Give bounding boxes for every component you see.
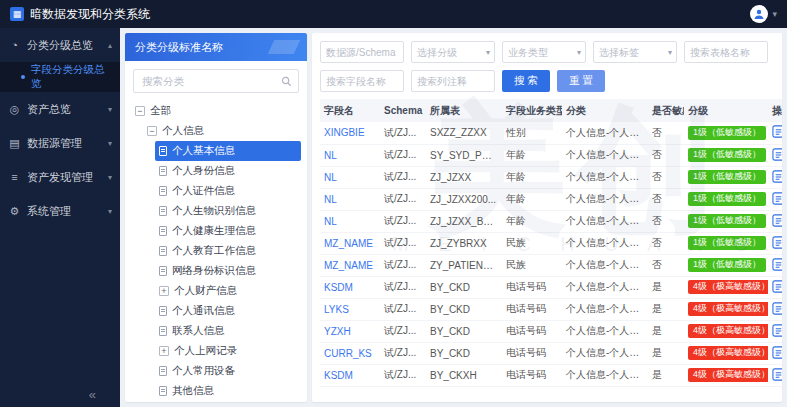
biz-type-cell: 电话号码 — [502, 342, 562, 364]
sidebar-collapse-button[interactable]: « — [89, 387, 96, 402]
level-badge: 4级（极高敏感级） — [688, 302, 768, 316]
filter-select[interactable]: ▾ — [502, 41, 586, 63]
tree-node[interactable]: −全部 — [131, 101, 301, 121]
collapse-minus-icon[interactable]: − — [135, 106, 145, 116]
schema-cell: 试/ZJ... — [380, 166, 426, 188]
tree-node[interactable]: 个人基本信息 — [155, 141, 301, 161]
action-cell — [768, 342, 782, 364]
detail-button[interactable] — [772, 258, 782, 273]
detail-button[interactable] — [772, 368, 782, 383]
search-button[interactable]: 搜 索 — [502, 70, 550, 92]
sensitive-cell: 否 — [648, 232, 684, 254]
tree-node[interactable]: 个人证件信息 — [155, 181, 301, 201]
filter-input[interactable] — [320, 41, 404, 63]
field-name-link[interactable]: CURR_KS — [320, 342, 380, 364]
field-name-link[interactable]: NL — [320, 166, 380, 188]
filter-select[interactable]: ▾ — [411, 41, 495, 63]
tree-node[interactable]: 网络身份标识信息 — [155, 261, 301, 281]
filter-select[interactable]: ▾ — [593, 41, 677, 63]
app-window: ▦ 暗数据发现和分类系统 ▾ ◔分类分级总览▴字段分类分级总览◎资产总览▾▤数据… — [0, 0, 787, 407]
filter-field[interactable] — [594, 47, 668, 58]
main-layout: ◔分类分级总览▴字段分类分级总览◎资产总览▾▤数据源管理▾≡资产发现管理▾⚙系统… — [0, 28, 787, 407]
level-badge: 1级（低敏感级） — [688, 126, 766, 140]
tree-node[interactable]: 个人生物识别信息 — [155, 201, 301, 221]
tree-node[interactable]: 个人常用设备 — [155, 361, 301, 381]
filter-field[interactable] — [321, 47, 403, 58]
level-badge: 1级（低敏感级） — [688, 214, 766, 228]
sidebar-subitem-label: 字段分类分级总览 — [31, 63, 112, 91]
detail-button[interactable] — [772, 324, 782, 339]
filter-field[interactable] — [685, 47, 767, 58]
detail-button[interactable] — [772, 302, 782, 317]
biz-type-cell: 电话号码 — [502, 320, 562, 342]
tree-node[interactable]: −个人信息 — [143, 121, 301, 141]
detail-button[interactable] — [772, 280, 782, 295]
sidebar-item[interactable]: ◔分类分级总览▴ — [0, 28, 120, 62]
filter-input[interactable] — [320, 70, 404, 92]
expand-plus-icon[interactable]: + — [159, 286, 169, 296]
level-cell: 1级（低敏感级） — [684, 188, 768, 210]
tree-node-label: 个人通讯信息 — [172, 304, 235, 318]
tree-node[interactable]: +个人上网记录 — [155, 341, 301, 361]
action-cell — [768, 364, 782, 386]
database-icon: ▤ — [8, 137, 21, 150]
field-name-link[interactable]: NL — [320, 210, 380, 232]
sidebar-item[interactable]: ◎资产总览▾ — [0, 92, 120, 126]
detail-button[interactable] — [772, 346, 782, 361]
detail-button[interactable] — [772, 214, 782, 229]
tree-node[interactable]: +个人财产信息 — [155, 281, 301, 301]
detail-button[interactable] — [772, 170, 782, 185]
sensitive-cell: 是 — [648, 320, 684, 342]
sidebar-item[interactable]: ≡资产发现管理▾ — [0, 160, 120, 194]
category-search-input[interactable] — [133, 69, 299, 93]
detail-button[interactable] — [772, 148, 782, 163]
filter-input[interactable] — [411, 70, 495, 92]
user-avatar-icon[interactable] — [750, 5, 768, 23]
sidebar-item[interactable]: ⚙系统管理▾ — [0, 194, 120, 228]
sidebar-item-label: 资产发现管理 — [27, 170, 102, 185]
tree-node[interactable]: 个人教育工作信息 — [155, 241, 301, 261]
user-menu[interactable]: ▾ — [750, 5, 777, 23]
field-name-link[interactable]: LYKS — [320, 298, 380, 320]
filter-field[interactable] — [412, 47, 486, 58]
level-cell: 4级（极高敏感级） — [684, 298, 768, 320]
filter-field[interactable] — [503, 47, 577, 58]
field-name-link[interactable]: KSDM — [320, 276, 380, 298]
sidebar-item-label: 数据源管理 — [27, 136, 102, 151]
sidebar-item[interactable]: ▤数据源管理▾ — [0, 126, 120, 160]
app-title: 暗数据发现和分类系统 — [30, 6, 150, 23]
chevron-down-icon: ▾ — [577, 48, 585, 57]
detail-button[interactable] — [772, 192, 782, 207]
tree-node-label: 个人生物识别信息 — [172, 204, 256, 218]
chevron-down-icon: ▾ — [108, 207, 112, 216]
level-badge: 1级（低敏感级） — [688, 170, 766, 184]
column-header: 操作 — [768, 99, 782, 122]
filter-field[interactable] — [412, 76, 494, 87]
sensitive-cell: 是 — [648, 342, 684, 364]
field-name-link[interactable]: MZ_NAME — [320, 232, 380, 254]
tree-node[interactable]: 联系人信息 — [155, 321, 301, 341]
expand-plus-icon[interactable]: + — [159, 346, 169, 356]
field-name-link[interactable]: NL — [320, 188, 380, 210]
table-name-cell: ZJ_JZXX_BA... — [426, 210, 502, 232]
collapse-minus-icon[interactable]: − — [147, 126, 157, 136]
field-name-link[interactable]: YZXH — [320, 320, 380, 342]
table-row: MZ_NAME试/ZJ...ZY_PATIENT_I...民族个人信息-个人基本… — [320, 254, 782, 276]
tree-node[interactable]: 个人身份信息 — [155, 161, 301, 181]
field-name-link[interactable]: MZ_NAME — [320, 254, 380, 276]
tree-node[interactable]: 个人通讯信息 — [155, 301, 301, 321]
field-name-link[interactable]: NL — [320, 144, 380, 166]
field-name-link[interactable]: KSDM — [320, 364, 380, 386]
level-cell: 1级（低敏感级） — [684, 254, 768, 276]
reset-button[interactable]: 重 置 — [557, 70, 605, 92]
chevron-down-icon: ▾ — [108, 173, 112, 182]
filter-field[interactable] — [321, 76, 403, 87]
detail-button[interactable] — [772, 125, 782, 140]
sensitive-cell: 否 — [648, 254, 684, 276]
tree-node[interactable]: 个人健康生理信息 — [155, 221, 301, 241]
tree-node[interactable]: 其他信息 — [155, 381, 301, 401]
filter-input[interactable] — [684, 41, 768, 63]
sidebar-subitem[interactable]: 字段分类分级总览 — [0, 62, 120, 92]
field-name-link[interactable]: XINGBIE — [320, 122, 380, 144]
detail-button[interactable] — [772, 236, 782, 251]
